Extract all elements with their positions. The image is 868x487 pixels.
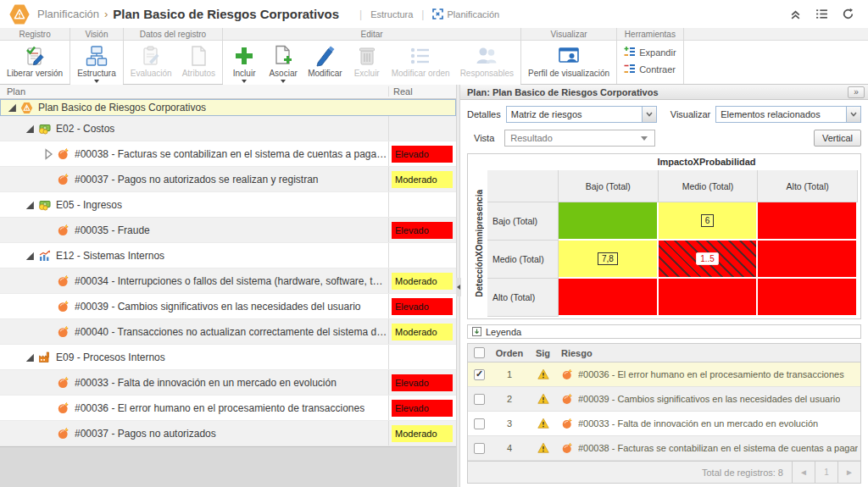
chevron-down-icon[interactable] — [846, 107, 860, 122]
factory-icon — [38, 351, 51, 363]
tree-row[interactable]: #00038 - Facturas se contabilizan en el … — [0, 141, 456, 167]
tree-expand-arrow[interactable] — [24, 351, 36, 363]
tree-expand-arrow[interactable] — [42, 148, 54, 160]
visualizar-select[interactable]: Elementos relacionados — [715, 106, 861, 123]
tree-row[interactable]: #00037 - Pagos no autorizados se realiza… — [0, 167, 456, 192]
col-sig[interactable]: Sig — [528, 348, 558, 358]
toolbar-group-body: Estructura — [70, 41, 123, 85]
matrix-cell[interactable] — [559, 202, 659, 241]
tree-row[interactable]: E12 - Sistemas Internos — [0, 243, 456, 268]
tree-row-label: #00039 - Cambios significativos en las n… — [75, 301, 361, 313]
risk-table-row[interactable]: 1#00036 - El error humano en el procesam… — [468, 362, 860, 387]
tree-row[interactable]: #00037 - Pagos no autorizadosModerado — [0, 421, 456, 446]
tree-row[interactable]: E05 - Ingresos — [0, 192, 456, 218]
matrix-cell[interactable]: 7,8 — [559, 241, 659, 279]
liberar-versión-button[interactable]: Liberar versión — [2, 42, 68, 83]
splitter-collapse-handle[interactable] — [456, 278, 461, 296]
tree-row[interactable]: #00034 - Interrupciones o fallos del sis… — [0, 268, 456, 294]
incluir-button[interactable]: Incluir — [225, 42, 264, 84]
table-footer: Total de registros: 8 ◄ 1 ► — [468, 461, 860, 483]
toolbar-group-visión: VisiónEstructura — [70, 28, 124, 84]
tree-row[interactable]: #00035 - FraudeElevado — [0, 218, 456, 243]
row-checkbox[interactable] — [474, 369, 485, 380]
nav-link-planificacion[interactable]: Planificación — [432, 8, 499, 19]
tree-col-real[interactable]: Real — [388, 86, 456, 97]
matrix-cell[interactable] — [659, 279, 759, 317]
warning-icon — [537, 442, 549, 454]
row-checkbox[interactable] — [474, 418, 485, 429]
riesgo-cell: #00038 - Facturas se contabilizan en el … — [558, 442, 860, 454]
risk-icon — [57, 325, 70, 338]
nav-link-estructura[interactable]: Estructura — [370, 9, 413, 19]
tree-row-label: E05 - Ingresos — [56, 199, 122, 211]
legend-expand-icon — [472, 327, 481, 336]
estructura-button[interactable]: Estructura — [72, 42, 121, 84]
risk-table-row[interactable]: 2#00039 - Cambios significativos en las … — [468, 387, 860, 412]
expand-tree-button[interactable]: Expandir — [622, 44, 677, 61]
real-status-badge: Moderado — [392, 324, 453, 340]
risk-icon — [57, 173, 70, 185]
tree-row-main: #00035 - Fraude — [0, 218, 388, 242]
perfil-de-visualización-button[interactable]: Perfil de visualización — [523, 42, 615, 83]
tree-row[interactable]: Plan Basico de Riesgos Corporativos — [0, 99, 456, 116]
matrix-cell[interactable] — [559, 279, 659, 317]
asociar-button[interactable]: Asociar — [264, 42, 303, 84]
real-status-badge: Elevado — [392, 400, 453, 417]
row-checkbox[interactable] — [474, 443, 485, 454]
vista-combo[interactable]: Resultado — [504, 130, 655, 147]
planificacion-expand-icon — [432, 8, 443, 19]
risk-table-row[interactable]: 3#00033 - Falta de innovación en un merc… — [468, 412, 860, 436]
detalles-label: Detalles — [467, 109, 501, 119]
matrix-cell[interactable] — [758, 202, 858, 241]
matrix-row-header: Medio (Total) — [487, 241, 559, 279]
tree-expand-arrow[interactable] — [24, 199, 36, 211]
tree-row-main: #00036 - El error humano en el procesami… — [0, 396, 388, 420]
breadcrumb[interactable]: Planificación — [37, 8, 99, 20]
risk-icon — [57, 401, 70, 414]
tree-expand-arrow[interactable] — [6, 102, 18, 113]
page-prev-button[interactable]: ◄ — [792, 462, 815, 483]
excluir-button: Excluir — [348, 42, 387, 84]
real-status-cell: Moderado — [388, 268, 456, 293]
list-view-icon[interactable] — [815, 8, 828, 20]
toolbar-group-editar: EditarIncluirAsociarModificarExcluirModi… — [223, 28, 521, 84]
matrix-cell[interactable] — [758, 241, 858, 279]
tree-row[interactable]: #00040 - Transacciones no actualizan cor… — [0, 319, 456, 345]
tree-row[interactable]: #00036 - El error humano en el procesami… — [0, 396, 456, 421]
chart-icon — [38, 249, 51, 262]
col-riesgo[interactable]: Riesgo — [558, 348, 860, 358]
page-next-button[interactable]: ► — [837, 462, 860, 483]
tree-row-label: #00037 - Pagos no autorizados — [75, 428, 216, 440]
detalles-select[interactable]: Matriz de riesgos — [506, 106, 657, 123]
tree-row[interactable]: #00039 - Cambios significativos en las n… — [0, 294, 456, 319]
warning-icon — [537, 368, 549, 380]
risk-table-row[interactable]: 4#00038 - Facturas se contabilizan en el… — [468, 436, 860, 461]
panel-collapse-button[interactable]: » — [848, 86, 865, 98]
tree-expand-arrow[interactable] — [24, 250, 36, 262]
chevron-down-icon[interactable] — [642, 107, 656, 122]
row-checkbox[interactable] — [474, 394, 485, 405]
collapse-toolbar-icon[interactable] — [789, 8, 802, 20]
detail-controls: Detalles Matriz de riesgos Visualizar El… — [460, 100, 868, 153]
legend-toggle[interactable]: Leyenda — [467, 324, 861, 339]
tree-row[interactable]: #00033 - Falta de innovación en un merca… — [0, 370, 456, 396]
tree-row[interactable]: E02 - Costos — [0, 116, 456, 141]
tree-col-plan[interactable]: Plan — [0, 86, 388, 97]
matrix-cell[interactable]: 6 — [659, 202, 759, 241]
tree-row[interactable]: E09 - Procesos Internos — [0, 345, 456, 370]
col-orden[interactable]: Orden — [491, 348, 528, 358]
toolbar-group-label: Visualizar — [521, 28, 616, 41]
matrix-cell[interactable] — [758, 279, 858, 317]
refresh-icon[interactable] — [842, 8, 854, 20]
tree-row-label: #00035 - Fraude — [75, 224, 150, 236]
select-all-checkbox[interactable] — [474, 347, 485, 358]
tree-expand-arrow[interactable] — [24, 123, 36, 135]
panel-splitter[interactable] — [456, 85, 460, 487]
riesgo-label: #00036 - El error humano en el procesami… — [578, 369, 844, 379]
vertical-button[interactable]: Vertical — [814, 130, 861, 147]
modificar-button[interactable]: Modificar — [303, 42, 348, 84]
detail-panel-title: Plan: Plan Basico de Riesgos Corporativo… — [467, 87, 848, 97]
collapse-tree-button[interactable]: Contraer — [622, 61, 677, 78]
legend-label: Leyenda — [486, 327, 521, 337]
matrix-cell[interactable]: 1..5 — [659, 241, 759, 279]
